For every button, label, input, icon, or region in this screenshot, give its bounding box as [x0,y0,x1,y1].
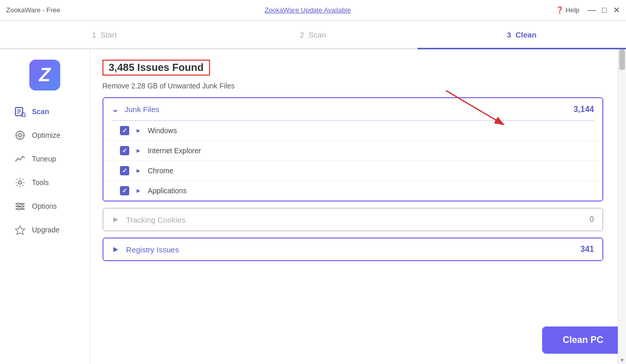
junk-files-chevron: ⌄ [112,104,118,114]
registry-issues-count: 341 [580,245,594,254]
checkbox-internet-explorer[interactable] [120,146,129,155]
sidebar-label-upgrade: Upgrade [32,226,60,234]
minimize-button[interactable]: — [587,5,596,15]
sidebar-label-options: Options [32,202,57,210]
panel-registry-issues-header[interactable]: ► Registry Issues 341 [103,239,602,260]
label-applications: Applications [148,187,187,195]
scan-icon [14,106,26,117]
svg-point-12 [19,181,22,184]
panel-registry-issues: ► Registry Issues 341 [102,238,603,261]
sidebar-item-options[interactable]: Options [4,195,85,217]
sub-item-chrome: ► Chrome [103,161,602,181]
scrollbar-thumb[interactable] [619,49,625,70]
checkbox-applications[interactable] [120,186,129,195]
checkbox-chrome[interactable] [120,166,129,175]
app-title: ZookaWare - Free [6,6,60,14]
sidebar-item-tuneup[interactable]: Tuneup [4,148,85,170]
tracking-cookies-count: 0 [589,215,594,224]
tracking-cookies-chevron: ► [112,215,120,224]
sidebar: Z Scan [0,49,90,364]
optimize-icon [14,130,26,141]
footer: Clean PC [542,326,624,354]
maximize-button[interactable]: □ [602,5,607,15]
tools-icon [14,177,26,188]
panel-junk-files-header[interactable]: ⌄ Junk Files 3,144 [103,98,602,120]
scrollbar-track[interactable]: ▼ [618,49,626,364]
tuneup-icon [14,153,26,165]
tracking-cookies-title: Tracking Cookies [126,215,185,224]
sidebar-item-scan[interactable]: Scan [4,101,85,122]
panel-tracking-cookies-header[interactable]: ► Tracking Cookies 0 [103,209,602,230]
chevron-internet-explorer: ► [135,147,142,154]
junk-files-count: 3,144 [573,105,594,114]
panels-container: ⌄ Junk Files 3,144 ► Windows ► Internet … [102,97,614,354]
panel-tracking-cookies: ► Tracking Cookies 0 [102,208,603,231]
update-notice[interactable]: ZookaWare Update Available [265,6,351,14]
sidebar-label-scan: Scan [32,107,49,116]
registry-issues-title: Registry Issues [126,245,179,254]
upgrade-icon [14,224,26,235]
step-scan[interactable]: 2 Scan [208,21,417,48]
close-button[interactable]: ✕ [613,5,620,15]
junk-files-title: Junk Files [125,105,160,114]
svg-point-7 [19,134,22,137]
sub-item-applications: ► Applications [103,181,602,201]
checkbox-windows[interactable] [120,126,129,135]
sidebar-item-tools[interactable]: Tools [4,172,85,193]
step-bar: 1 Start 2 Scan 3 Clean [0,21,626,49]
issues-subtitle: Remove 2.28 GB of Unwanted Junk Files [102,82,614,90]
sidebar-label-tools: Tools [32,178,49,187]
scrollbar-down-arrow[interactable]: ▼ [618,357,626,363]
title-bar: ZookaWare - Free ZookaWare Update Availa… [0,0,626,21]
logo-area: Z [0,60,90,90]
sub-item-windows: ► Windows [103,121,602,141]
clean-pc-button[interactable]: Clean PC [542,326,624,354]
step-clean[interactable]: 3 Clean [418,21,626,48]
label-windows: Windows [148,126,177,135]
label-internet-explorer: Internet Explorer [148,147,201,155]
help-button[interactable]: ❓ Help [555,6,580,14]
panel-junk-files: ⌄ Junk Files 3,144 ► Windows ► Internet … [102,97,603,202]
chevron-applications: ► [135,187,142,194]
label-chrome: Chrome [148,167,173,175]
svg-point-16 [17,203,19,205]
step-start[interactable]: 1 Start [0,21,208,48]
options-icon [14,201,26,212]
sidebar-item-upgrade[interactable]: Upgrade [4,219,85,241]
question-icon: ❓ [555,6,564,14]
issues-count: 3,485 Issues Found [102,60,210,76]
svg-point-18 [18,208,20,210]
sidebar-label-tuneup: Tuneup [32,155,56,163]
chevron-windows: ► [135,127,142,134]
content-area: 3,485 Issues Found Remove 2.28 GB of Unw… [90,49,626,364]
chevron-chrome: ► [135,167,142,174]
sidebar-item-optimize[interactable]: Optimize [4,124,85,146]
app-logo: Z [29,60,60,90]
registry-issues-chevron: ► [112,245,120,254]
issues-header: 3,485 Issues Found [102,60,614,79]
svg-line-5 [25,116,26,117]
svg-marker-19 [15,226,25,234]
sidebar-label-optimize: Optimize [32,131,60,139]
svg-point-17 [21,206,23,208]
window-controls: — □ ✕ [587,5,620,15]
title-bar-controls: ❓ Help — □ ✕ [555,5,620,15]
sub-item-internet-explorer: ► Internet Explorer [103,141,602,161]
main-layout: Z Scan [0,49,626,364]
